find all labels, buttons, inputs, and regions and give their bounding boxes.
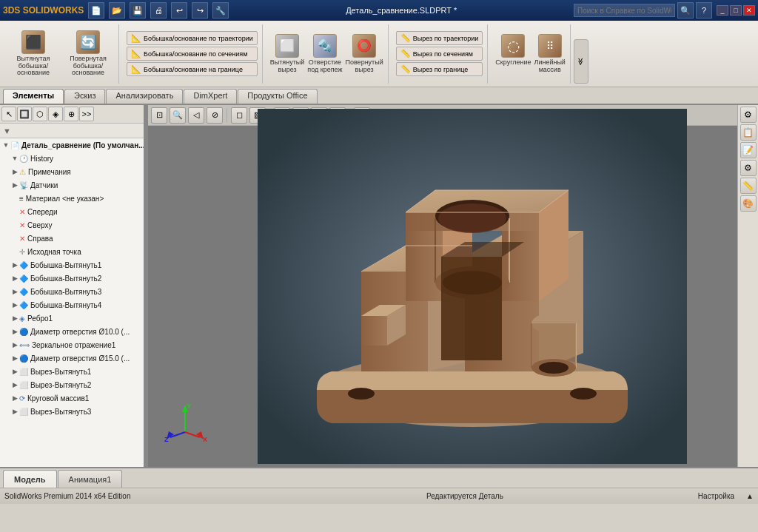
cut3-icon: ⬜ (19, 408, 28, 416)
new-button[interactable]: 📄 (88, 2, 104, 18)
help-search-button[interactable]: 🔍 (677, 2, 694, 18)
boss2-icon: 🔷 (19, 275, 28, 283)
tree-item-cut3[interactable]: ▶ ⬜ Вырез-Вытянуть3 (0, 405, 147, 418)
extrude-boss-label: Вытянутаябобышка/основание (7, 55, 59, 78)
sidebar-btn-cursor[interactable]: ↖ (1, 107, 16, 121)
tree-item-rib1[interactable]: ▶ ◈ Ребро1 (0, 312, 147, 325)
tree-item-origin[interactable]: ✛ Исходная точка (0, 245, 147, 258)
tab-analyze[interactable]: Анализировать (106, 89, 183, 104)
tree-item-cut2[interactable]: ▶ ⬜ Вырез-Вытянуть2 (0, 378, 147, 391)
tree-item-boss4[interactable]: ▶ 🔷 Бобышка-Вытянуть4 (0, 298, 147, 312)
cut-loft-button[interactable]: 📏 Вырез по сечениям (396, 47, 483, 61)
boss-boundary-icon: 📐 (131, 64, 141, 74)
tree-item-boss3[interactable]: ▶ 🔷 Бобышка-Вытянуть3 (0, 285, 147, 298)
app-logo: 3DS SOLIDWORKS (3, 5, 84, 16)
tab-office[interactable]: Продукты Office (238, 89, 317, 104)
cut-sweep-group: 📏 Вырез по траектории 📏 Вырез по сечения… (392, 24, 489, 84)
cut-sweep-button[interactable]: 📏 Вырез по траектории (396, 31, 483, 45)
tab-elements[interactable]: Элементы (3, 89, 64, 104)
revolve-boss-button[interactable]: 🔄 (76, 30, 100, 54)
boss-boundary-button[interactable]: 📐 Бобышка/основание на границе (127, 62, 258, 76)
help-button[interactable]: ? (696, 2, 712, 18)
tab-model[interactable]: Модель (3, 470, 57, 488)
tree-item-front[interactable]: ✕ Спереди (0, 205, 147, 218)
boss-boundary-label: Бобышка/основание на границе (144, 66, 243, 73)
svg-point-2 (348, 388, 375, 400)
configuration-manager-button[interactable]: ⚙ (740, 160, 757, 176)
tree-item-root[interactable]: ▼ 📄 Деталь_сравнение (По умолчан... (0, 138, 147, 152)
tree-label-sensors: Датчики (30, 181, 58, 189)
expand-icon-notes: ▶ (10, 167, 19, 176)
print-button[interactable]: 🖨 (150, 2, 167, 18)
previous-view-button[interactable]: ◁ (188, 107, 204, 124)
view-settings-button[interactable]: ⚙ (740, 107, 757, 123)
sidebar-btn-transparent[interactable]: ◈ (48, 107, 63, 121)
tab-dimxpert[interactable]: DimXpert (184, 89, 237, 104)
zoom-in-button[interactable]: 🔍 (170, 107, 186, 124)
zoom-to-fit-button[interactable]: ⊡ (151, 107, 167, 124)
extrude-cut-button[interactable]: ⬜ (275, 34, 299, 58)
sidebar-btn-section[interactable]: ⊕ (64, 107, 78, 121)
tab-sketch[interactable]: Эскиз (64, 89, 105, 104)
sidebar-btn-wire[interactable]: ⬡ (33, 107, 47, 121)
dimxpert-manager-button[interactable]: 📏 (740, 178, 757, 194)
close-button[interactable]: ✕ (743, 5, 755, 16)
toolbar-separator-1 (227, 109, 227, 122)
more-features-button[interactable]: ≫ (574, 39, 588, 84)
3d-viewport[interactable]: ⊡ 🔍 ◁ ⊘ ◻ ▨ 👁 ☀ 🌐 📷 ⚙ (148, 105, 737, 467)
tree-item-notes[interactable]: ▶ ⚠ Примечания (0, 165, 147, 178)
root-icon: 📄 (10, 141, 19, 149)
view-orient-button[interactable]: ◻ (231, 107, 247, 124)
tree-item-mirror1[interactable]: ▶ ⟺ Зеркальное отражение1 (0, 338, 147, 351)
hole-wizard-button[interactable]: 🔩 (313, 34, 337, 58)
tree-item-boss2[interactable]: ▶ 🔷 Бобышка-Вытянуть2 (0, 272, 147, 285)
boss-loft-button[interactable]: 📐 Бобышка/основание по сечениям (127, 47, 258, 61)
undo-button[interactable]: ↩ (171, 2, 187, 18)
revolve-cut-button[interactable]: ⭕ (352, 34, 376, 58)
boss-sweep-button[interactable]: 📐 Бобышка/основание по траектории (127, 31, 258, 45)
boss4-icon: 🔷 (19, 301, 28, 309)
cut-sweep-icon: 📏 (400, 33, 411, 43)
expand-icon-origin (10, 247, 19, 256)
rebuild-button[interactable]: 🔧 (212, 2, 229, 18)
help-search-input[interactable] (574, 4, 675, 17)
settings-arrow[interactable]: ▲ (746, 492, 754, 500)
filter-icon: ▼ (3, 127, 11, 135)
sidebar-btn-shade[interactable]: 🔲 (17, 107, 32, 121)
tree-item-top[interactable]: ✕ Сверху (0, 218, 147, 232)
expand-icon-sensors: ▶ (10, 181, 19, 189)
boss-loft-label: Бобышка/основание по сечениям (144, 50, 247, 58)
sensors-icon: 📡 (19, 181, 28, 189)
cut2-icon: ⬜ (19, 381, 28, 389)
tree-item-material[interactable]: ≡ Материал <не указан> (0, 192, 147, 205)
property-manager-button[interactable]: 📝 (740, 142, 757, 158)
tree-item-hole10[interactable]: ▶ 🔵 Диаметр отверстия Ø10.0 (... (0, 325, 147, 338)
section-view-button[interactable]: ⊘ (207, 107, 223, 124)
extrude-boss-button[interactable]: ⬛ (21, 30, 45, 54)
maximize-button[interactable]: □ (730, 5, 742, 16)
tree-item-boss1[interactable]: ▶ 🔷 Бобышка-Вытянуть1 (0, 258, 147, 272)
save-button[interactable]: 💾 (130, 2, 146, 18)
tree-item-hole15[interactable]: ▶ 🔵 Диаметр отверстия Ø15.0 (... (0, 351, 147, 365)
expand-icon-boss2: ▶ (10, 274, 19, 283)
tab-animation[interactable]: Анимация1 (58, 470, 123, 488)
tree-item-right[interactable]: ✕ Справа (0, 232, 147, 245)
tree-item-history[interactable]: ▼ 🕐 History (0, 152, 147, 165)
appearance-manager-button[interactable]: 🎨 (740, 195, 757, 212)
axis-indicator: Y X Z (163, 399, 207, 445)
fillet-button[interactable]: ◌ (501, 34, 525, 58)
linear-pattern-button[interactable]: ⠿ (538, 34, 562, 58)
sidebar-btn-more[interactable]: >> (79, 107, 94, 121)
tree-item-pattern1[interactable]: ▶ ⟳ Круговой массив1 (0, 391, 147, 405)
open-button[interactable]: 📂 (109, 2, 125, 18)
sidebar-resize-handle[interactable] (144, 105, 147, 467)
tree-item-sensors[interactable]: ▶ 📡 Датчики (0, 178, 147, 192)
cut-boundary-button[interactable]: 📏 Вырез по границе (396, 62, 483, 76)
redo-button[interactable]: ↪ (192, 2, 208, 18)
tree-item-cut1[interactable]: ▶ ⬜ Вырез-Вытянуть1 (0, 365, 147, 378)
tree-label-cut1: Вырез-Вытянуть1 (30, 368, 91, 376)
svg-point-5 (438, 203, 506, 233)
minimize-button[interactable]: _ (717, 5, 728, 16)
display-manager-button[interactable]: 📋 (740, 124, 757, 141)
expand-icon-material (10, 194, 19, 203)
